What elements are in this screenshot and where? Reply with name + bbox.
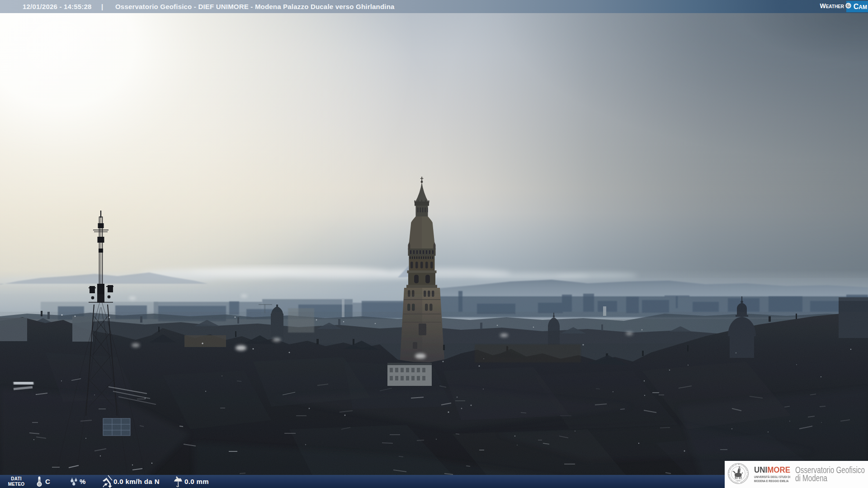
svg-text:1175: 1175	[736, 480, 740, 482]
